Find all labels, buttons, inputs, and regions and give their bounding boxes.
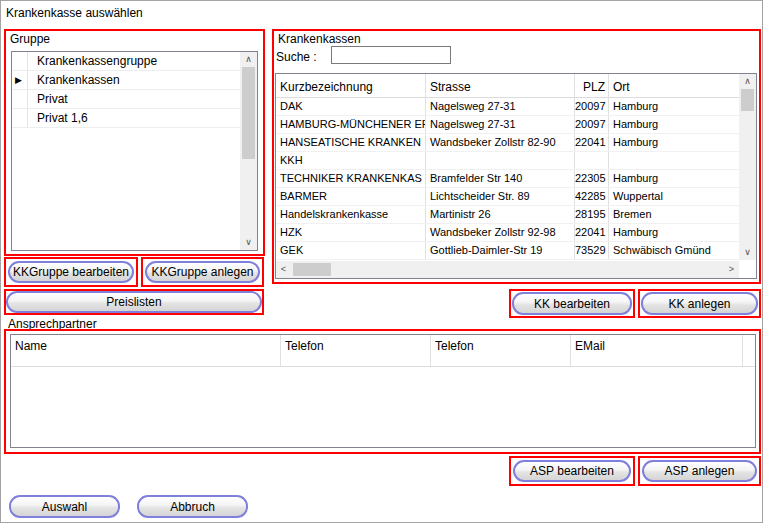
- auswahl-container: Auswahl: [9, 495, 120, 518]
- kk-cell: Wandsbeker Zollstr 82-90: [426, 134, 575, 151]
- scroll-down-icon[interactable]: ∨: [240, 235, 257, 250]
- kk-cell: 22041: [575, 134, 609, 151]
- gruppe-scrollbar-thumb[interactable]: [242, 67, 255, 159]
- kk-cell: Hamburg: [609, 98, 736, 115]
- gruppe-panel: Gruppe Krankenkassengruppe▶Krankenkassen…: [4, 29, 265, 256]
- gruppe-list-item[interactable]: ▶Krankenkassen: [12, 71, 257, 90]
- gruppe-item-label: Krankenkassengruppe: [28, 52, 157, 70]
- krankenkasse-auswaehlen-dialog: Krankenkasse auswählen Gruppe Krankenkas…: [0, 0, 763, 523]
- gruppe-item-label: Krankenkassen: [28, 71, 120, 89]
- scroll-up-icon[interactable]: ∧: [240, 52, 257, 67]
- kk-cell: Hamburg: [609, 170, 736, 187]
- suche-label: Suche :: [276, 50, 317, 64]
- asp-bearbeiten-button[interactable]: ASP bearbeiten: [513, 460, 631, 482]
- gruppe-label: Gruppe: [8, 32, 52, 46]
- kk-cell: BARMER: [276, 188, 426, 205]
- row-selector-gutter: [12, 90, 28, 108]
- kk-table-row[interactable]: KKH: [276, 152, 756, 170]
- kk-table-row[interactable]: BARMERLichtscheider Str. 8942285Wupperta…: [276, 188, 756, 206]
- kk-vscrollbar-thumb[interactable]: [741, 89, 754, 111]
- row-selector-gutter: [12, 109, 28, 127]
- scroll-left-icon[interactable]: <: [276, 261, 291, 278]
- kk-cell: HZK: [276, 224, 426, 241]
- kk-cell: Wuppertal: [609, 188, 736, 205]
- kk-cell: HANSEATISCHE KRANKEN: [276, 134, 426, 151]
- abbruch-button[interactable]: Abbruch: [137, 495, 248, 518]
- asp-column-header[interactable]: Telefon: [281, 335, 431, 366]
- asp-column-header[interactable]: EMail: [571, 335, 743, 366]
- scroll-up-icon[interactable]: ∧: [739, 74, 756, 89]
- gruppe-list-item[interactable]: Privat 1,6: [12, 109, 257, 128]
- kk-cell: Bremen: [609, 206, 736, 223]
- selected-row-marker-icon: ▶: [15, 74, 22, 86]
- kk-table-row[interactable]: HandelskrankenkasseMartinistr 2628195Bre…: [276, 206, 756, 224]
- kk-table-row[interactable]: DAKNagelsweg 27-3120097Hamburg: [276, 98, 756, 116]
- kk-cell: 22305: [575, 170, 609, 187]
- kk-cell: Wandsbeker Zollstr 92-98: [426, 224, 575, 241]
- kk-anlegen-annotation: KK anlegen: [638, 289, 761, 318]
- asp-table-header: NameTelefonTelefonEMail: [11, 335, 755, 367]
- kk-cell: Hamburg: [609, 224, 736, 241]
- kk-bearbeiten-button[interactable]: KK bearbeiten: [512, 292, 632, 315]
- kk-cell: Nagelsweg 27-31: [426, 98, 575, 115]
- asp-anlegen-annotation: ASP anlegen: [638, 456, 761, 486]
- suche-input[interactable]: [331, 46, 451, 64]
- kk-table-row[interactable]: HAMBURG-MÜNCHENER ERNagelsweg 27-3120097…: [276, 116, 756, 134]
- preislisten-annotation: Preislisten: [4, 289, 264, 315]
- kk-column-header[interactable]: Kurzbezeichnung: [276, 74, 426, 97]
- kk-cell: Handelskrankenkasse: [276, 206, 426, 223]
- kk-hscrollbar-thumb[interactable]: [293, 263, 331, 276]
- kk-cell: [575, 152, 609, 169]
- kk-table-row[interactable]: HANSEATISCHE KRANKENWandsbeker Zollstr 8…: [276, 134, 756, 152]
- kk-table-body: DAKNagelsweg 27-3120097HamburgHAMBURG-MÜ…: [276, 98, 756, 260]
- kk-cell: Gottlieb-Daimler-Str 19: [426, 242, 575, 259]
- kk-column-header[interactable]: Ort: [609, 74, 736, 97]
- kk-cell: 28195: [575, 206, 609, 223]
- kk-column-header[interactable]: PLZ: [575, 74, 609, 97]
- abbruch-container: Abbruch: [137, 495, 248, 518]
- kk-horizontal-scrollbar[interactable]: < >: [276, 261, 739, 278]
- gruppe-item-label: Privat 1,6: [28, 109, 88, 127]
- kk-cell: KKH: [276, 152, 426, 169]
- gruppe-list-item[interactable]: Krankenkassengruppe: [12, 52, 257, 71]
- kk-column-header[interactable]: Strasse: [426, 74, 575, 97]
- kk-vertical-scrollbar[interactable]: ∧ ∨: [739, 74, 756, 260]
- kk-table-header: KurzbezeichnungStrassePLZOrt: [276, 74, 756, 98]
- kk-cell: Schwäbisch Gmünd: [609, 242, 736, 259]
- ansprechpartner-panel: NameTelefonTelefonEMail: [4, 329, 761, 454]
- row-selector-gutter: ▶: [12, 71, 28, 89]
- dialog-title: Krankenkasse auswählen: [6, 6, 143, 20]
- kkgruppe-anlegen-button[interactable]: KKGruppe anlegen: [145, 261, 260, 283]
- kk-cell: 20097: [575, 98, 609, 115]
- gruppe-list-item[interactable]: Privat: [12, 90, 257, 109]
- gruppe-list-rows: Krankenkassengruppe▶KrankenkassenPrivatP…: [12, 52, 257, 128]
- kk-cell: Hamburg: [609, 116, 736, 133]
- kk-cell: 42285: [575, 188, 609, 205]
- krankenkassen-table: KurzbezeichnungStrassePLZOrt DAKNagelswe…: [275, 73, 757, 279]
- auswahl-button[interactable]: Auswahl: [9, 495, 120, 518]
- kk-cell: 20097: [575, 116, 609, 133]
- preislisten-button[interactable]: Preislisten: [6, 291, 262, 313]
- kkgruppe-bearbeiten-button[interactable]: KKGruppe bearbeiten: [8, 261, 134, 283]
- kk-cell: Nagelsweg 27-31: [426, 116, 575, 133]
- gruppe-listbox[interactable]: Krankenkassengruppe▶KrankenkassenPrivatP…: [11, 51, 258, 251]
- row-selector-gutter: [12, 52, 28, 70]
- krankenkassen-label: Krankenkassen: [276, 32, 363, 46]
- asp-column-header[interactable]: Telefon: [431, 335, 571, 366]
- kk-table-row[interactable]: HZKWandsbeker Zollstr 92-9822041Hamburg: [276, 224, 756, 242]
- kk-cell: Lichtscheider Str. 89: [426, 188, 575, 205]
- scroll-right-icon[interactable]: >: [724, 261, 739, 278]
- ansprechpartner-table: NameTelefonTelefonEMail: [10, 334, 756, 448]
- kk-cell: Hamburg: [609, 134, 736, 151]
- kk-table-row[interactable]: TECHNIKER KRANKENKASBramfelder Str 14022…: [276, 170, 756, 188]
- kk-anlegen-button[interactable]: KK anlegen: [641, 292, 758, 315]
- kk-table-row[interactable]: GEKGottlieb-Daimler-Str 1973529Schwäbisc…: [276, 242, 756, 260]
- kk-cell: [609, 152, 736, 169]
- scroll-down-icon[interactable]: ∨: [739, 245, 756, 260]
- asp-anlegen-button[interactable]: ASP anlegen: [642, 460, 757, 482]
- asp-column-header[interactable]: Name: [11, 335, 281, 366]
- gruppe-vertical-scrollbar[interactable]: ∧ ∨: [240, 52, 257, 250]
- kk-cell: TECHNIKER KRANKENKAS: [276, 170, 426, 187]
- kk-cell: HAMBURG-MÜNCHENER ER: [276, 116, 426, 133]
- gruppe-item-label: Privat: [28, 90, 68, 108]
